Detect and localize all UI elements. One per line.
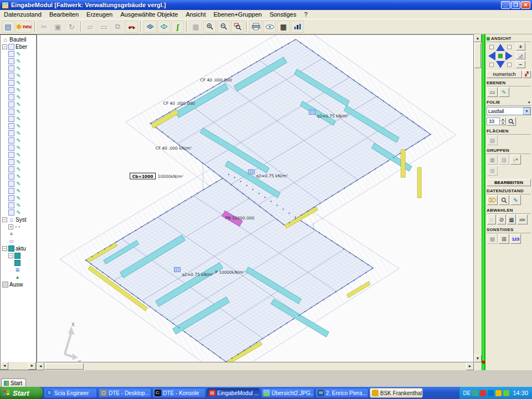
- dropdown-arrow-icon[interactable]: ▼: [523, 108, 530, 115]
- menu-bearbeiten[interactable]: Bearbeiten: [45, 11, 83, 18]
- lastfall-dropdown[interactable]: Lastfall ▼: [487, 107, 531, 115]
- flaechen-button[interactable]: ▨: [487, 135, 498, 145]
- maximize-button[interactable]: ❐: [511, 1, 520, 9]
- tree-item-element[interactable]: ✎: [1, 137, 36, 144]
- language-indicator[interactable]: DE: [463, 390, 471, 396]
- canvas-vertical-scrollbar[interactable]: ▲ ▼: [474, 34, 482, 362]
- rotate-right-icon[interactable]: [505, 52, 513, 60]
- tree-item-element[interactable]: ✎: [1, 79, 36, 86]
- menu-erzeugen[interactable]: Erzeugen: [83, 11, 116, 18]
- canvas-horizontal-scrollbar[interactable]: ◄ ►: [37, 362, 474, 370]
- model-canvas[interactable]: CF 40 .000.000 CF 40 .000.000 CF 40 .000…: [37, 34, 474, 362]
- tree-item-element[interactable]: ✎: [1, 158, 36, 166]
- tree-item-element[interactable]: ✎: [1, 94, 36, 101]
- gruppe-add-button[interactable]: ↓+: [510, 155, 521, 165]
- menu-ansicht[interactable]: Ansicht: [182, 11, 209, 18]
- taskbar-button-uebersicht[interactable]: Übersicht2.JPG...: [261, 388, 314, 398]
- scroll-right-icon[interactable]: ►: [28, 362, 36, 370]
- tree-item-element[interactable]: ✎: [1, 86, 36, 94]
- mini-start-tab[interactable]: Start: [1, 378, 26, 387]
- deselect-all-button[interactable]: alle: [517, 214, 528, 224]
- tree-item-aktuell[interactable]: − aktu: [1, 245, 36, 252]
- menu-ausgewaehlte-objekte[interactable]: Ausgewählte Objekte: [116, 11, 182, 18]
- export-plan-button[interactable]: ▤: [2, 21, 14, 33]
- scrollbar-thumb[interactable]: [474, 43, 481, 68]
- taskbar-button-dte-desktop[interactable]: ▢ DTE - Desktop...: [98, 388, 151, 398]
- tree-item-element[interactable]: ✎: [1, 180, 36, 187]
- zoom-out-button[interactable]: [217, 21, 230, 33]
- tree-item-system[interactable]: − ⌂ Syst: [1, 216, 36, 223]
- collapse-arrow-icon[interactable]: ▼: [528, 101, 531, 104]
- tray-icon-1[interactable]: [472, 390, 478, 396]
- tree-item-grid[interactable]: ⊞: [1, 267, 36, 274]
- scroll-right-icon[interactable]: ►: [466, 362, 474, 370]
- tree-item-folie[interactable]: −: [1, 252, 36, 259]
- ebene-select-button[interactable]: ▭: [487, 87, 498, 97]
- scrollbar-thumb[interactable]: [45, 363, 84, 370]
- rotate-up-icon[interactable]: [496, 44, 505, 51]
- slab-view-button[interactable]: [144, 21, 156, 33]
- gruppe-button-1[interactable]: ▦: [487, 155, 498, 165]
- minimize-button[interactable]: _: [501, 1, 510, 9]
- taskbar-button-enrico[interactable]: W 2. Enrico Piera...: [315, 388, 369, 398]
- tree-item-element[interactable]: ✎: [1, 72, 36, 79]
- folie-search-button[interactable]: [507, 117, 516, 126]
- taskbar-button-scia[interactable]: S Scia Engineer: [44, 388, 97, 398]
- mesh-button[interactable]: ▦: [190, 21, 202, 33]
- tray-icon-5[interactable]: [503, 390, 509, 396]
- tree-item-folie-sub[interactable]: [1, 259, 36, 267]
- paste-button[interactable]: ▣: [52, 21, 64, 33]
- tree-item-marker[interactable]: ▲: [1, 274, 36, 281]
- compass-corner[interactable]: [489, 63, 494, 67]
- tree-item-element[interactable]: ✎: [1, 130, 36, 137]
- clean-button[interactable]: ⌦: [487, 195, 498, 205]
- gruppe-button-2[interactable]: ▥: [499, 155, 509, 165]
- spin-down-icon[interactable]: ▼: [500, 121, 506, 125]
- view-compass[interactable]: [488, 43, 513, 69]
- tree-item-element[interactable]: ✎: [1, 166, 36, 173]
- spin-up-icon[interactable]: ▲: [500, 117, 506, 121]
- link-button[interactable]: ⧉: [111, 21, 124, 33]
- tree-item-element[interactable]: ✎: [1, 209, 36, 216]
- taskbar-button-eingabemodul[interactable]: ▤ EingabeModul ...: [207, 388, 260, 398]
- tree-item-element[interactable]: ✎: [1, 65, 36, 72]
- scroll-up-icon[interactable]: ▲: [474, 34, 482, 42]
- menu-ebenen-gruppen[interactable]: Ebenen+Gruppen: [209, 11, 265, 18]
- ebene-edit-button[interactable]: ✎: [499, 87, 509, 97]
- integral-button[interactable]: ∫: [171, 21, 184, 33]
- project-tree[interactable]: ⌂ Bauteil − Eber ✎ ✎: [1, 35, 36, 362]
- zoom-minus-button[interactable]: −: [516, 60, 525, 68]
- zoom-in-button[interactable]: [203, 21, 216, 33]
- collapse-icon[interactable]: −: [2, 246, 7, 251]
- scroll-left-icon[interactable]: ◄: [1, 362, 8, 370]
- tray-icon-3[interactable]: [488, 390, 494, 396]
- slab-view-2-button[interactable]: [157, 21, 170, 33]
- start-button[interactable]: Start: [0, 387, 43, 399]
- deselect-grid-button[interactable]: ▦: [507, 214, 516, 224]
- zoom-window-button[interactable]: [231, 21, 244, 33]
- rotate-left-icon[interactable]: [488, 52, 495, 60]
- rotate-down-icon[interactable]: [496, 61, 505, 68]
- tree-item-element[interactable]: ✎: [1, 50, 36, 58]
- tree-item-element[interactable]: ✎: [1, 202, 36, 209]
- cut-button[interactable]: ✂: [38, 21, 50, 33]
- deselect-cross-button[interactable]: ⊘: [497, 214, 506, 224]
- compass-corner[interactable]: [507, 45, 511, 49]
- misc-grid-button[interactable]: ▩: [487, 234, 498, 244]
- expand-icon[interactable]: +: [8, 224, 13, 229]
- new-button[interactable]: ✱neu: [16, 21, 32, 33]
- tree-item-ebene[interactable]: − Eber: [1, 43, 36, 50]
- deselect-nodes-button[interactable]: ◌: [487, 214, 496, 224]
- results-chart-button[interactable]: [291, 21, 304, 33]
- check-button[interactable]: [499, 195, 509, 205]
- compass-corner[interactable]: [507, 63, 511, 67]
- table-output-button[interactable]: ▦: [277, 21, 290, 33]
- collapse-icon[interactable]: −: [2, 217, 7, 222]
- scroll-down-icon[interactable]: ▼: [474, 355, 482, 362]
- wall-strip-button[interactable]: ▱: [84, 21, 96, 33]
- tray-icon-4[interactable]: [495, 390, 502, 396]
- tree-item-element[interactable]: ✎: [1, 144, 36, 151]
- edit-data-button[interactable]: ✎: [510, 195, 521, 205]
- tray-icon-2[interactable]: [480, 390, 486, 396]
- folie-number-input[interactable]: 33: [487, 117, 500, 125]
